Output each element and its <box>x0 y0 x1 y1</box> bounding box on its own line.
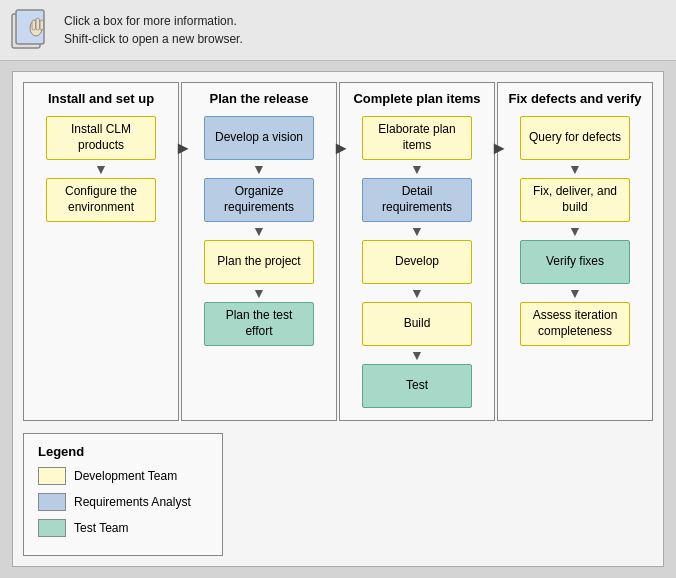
svg-rect-5 <box>40 20 44 30</box>
box-develop-vision[interactable]: Develop a vision <box>204 116 314 160</box>
box-configure[interactable]: Configure the environment <box>46 178 156 222</box>
legend-box-teal <box>38 519 66 537</box>
column-release: Plan the release Develop a vision ▼ Orga… <box>181 82 337 421</box>
col-header-fix: Fix defects and verify <box>509 91 642 106</box>
top-bar-instructions: Click a box for more information. Shift-… <box>64 12 243 48</box>
legend-item-req: Requirements Analyst <box>38 493 208 511</box>
legend-label-req: Requirements Analyst <box>74 495 191 509</box>
column-complete: Complete plan items Elaborate plan items… <box>339 82 495 421</box>
legend-label-test: Test Team <box>74 521 128 535</box>
top-bar: Click a box for more information. Shift-… <box>0 0 676 61</box>
box-elaborate[interactable]: Elaborate plan items <box>362 116 472 160</box>
box-plan-test[interactable]: Plan the test effort <box>204 302 314 346</box>
columns-row: Install and set up Install CLM products … <box>23 82 653 421</box>
svg-rect-4 <box>36 18 40 30</box>
arrow-down-1: ▼ <box>94 160 108 178</box>
col-header-release: Plan the release <box>210 91 309 106</box>
legend-box-blue <box>38 493 66 511</box>
arrow-down-4b: ▼ <box>568 222 582 240</box>
box-fix-deliver[interactable]: Fix, deliver, and build <box>520 178 630 222</box>
arrow-down-3b: ▼ <box>410 222 424 240</box>
arrow-down-4c: ▼ <box>568 284 582 302</box>
box-query-defects[interactable]: Query for defects <box>520 116 630 160</box>
box-install-clm[interactable]: Install CLM products <box>46 116 156 160</box>
box-build[interactable]: Build <box>362 302 472 346</box>
diagram-area: Install and set up Install CLM products … <box>12 71 664 567</box>
column-fix: Fix defects and verify Query for defects… <box>497 82 653 421</box>
col-arrow-right-2: ► <box>332 138 350 159</box>
col-header-complete: Complete plan items <box>353 91 480 106</box>
arrow-down-3a: ▼ <box>410 160 424 178</box>
legend-item-test: Test Team <box>38 519 208 537</box>
box-organize-req[interactable]: Organize requirements <box>204 178 314 222</box>
click-icon <box>10 8 54 52</box>
col-header-install: Install and set up <box>48 91 154 106</box>
box-detail-req[interactable]: Detail requirements <box>362 178 472 222</box>
box-develop[interactable]: Develop <box>362 240 472 284</box>
box-assess[interactable]: Assess iteration completeness <box>520 302 630 346</box>
svg-rect-3 <box>32 20 36 30</box>
box-verify-fixes[interactable]: Verify fixes <box>520 240 630 284</box>
col-arrow-right-3: ► <box>490 138 508 159</box>
arrow-down-3c: ▼ <box>410 284 424 302</box>
col-arrow-right-1: ► <box>174 138 192 159</box>
box-test[interactable]: Test <box>362 364 472 408</box>
legend: Legend Development Team Requirements Ana… <box>23 433 223 556</box>
box-plan-project[interactable]: Plan the project <box>204 240 314 284</box>
legend-label-dev: Development Team <box>74 469 177 483</box>
arrow-down-4a: ▼ <box>568 160 582 178</box>
arrow-down-2a: ▼ <box>252 160 266 178</box>
legend-title: Legend <box>38 444 208 459</box>
legend-box-yellow <box>38 467 66 485</box>
arrow-down-3d: ▼ <box>410 346 424 364</box>
legend-item-dev: Development Team <box>38 467 208 485</box>
main-content: Install and set up Install CLM products … <box>0 61 676 577</box>
column-install: Install and set up Install CLM products … <box>23 82 179 421</box>
arrow-down-2c: ▼ <box>252 284 266 302</box>
arrow-down-2b: ▼ <box>252 222 266 240</box>
